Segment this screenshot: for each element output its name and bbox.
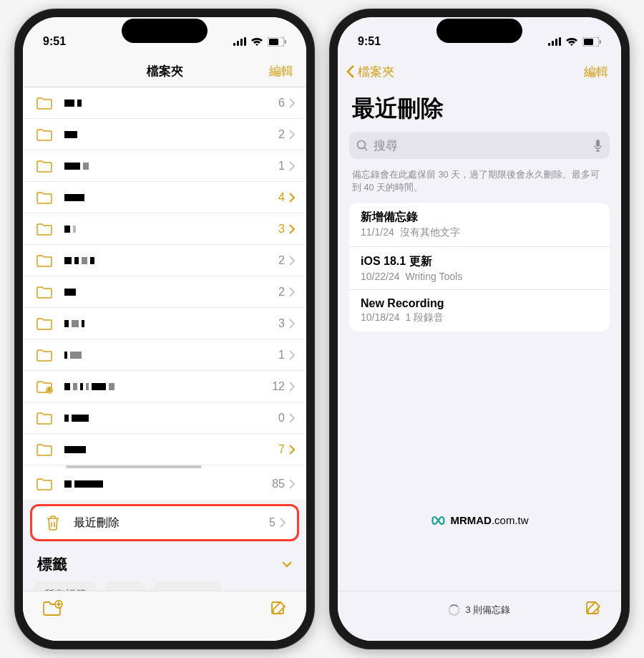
folder-count: 1 <box>278 349 285 362</box>
dynamic-island <box>122 19 208 43</box>
tag-chip[interactable]: #Tw <box>104 581 146 591</box>
battery-icon <box>582 37 601 47</box>
folder-count: 6 <box>278 97 285 110</box>
dynamic-island <box>436 19 522 43</box>
folder-icon <box>36 158 54 174</box>
svg-rect-15 <box>584 39 593 45</box>
note-subtitle: 10/18/241 段錄音 <box>361 311 598 324</box>
search-placeholder: 搜尋 <box>374 137 587 154</box>
folder-row[interactable]: 3 <box>23 308 306 339</box>
tags-row: 所有標籤#Tw#Twamon <box>23 581 306 591</box>
edit-button[interactable]: 編輯 <box>269 63 293 79</box>
folder-row[interactable]: 0 <box>23 402 306 434</box>
compose-button[interactable] <box>584 599 602 621</box>
recently-deleted-highlight: 最近刪除 5 <box>30 504 299 541</box>
tags-section-header[interactable]: 標籤 <box>23 541 306 581</box>
folder-name <box>64 226 278 233</box>
wifi-icon <box>565 37 578 47</box>
note-row[interactable]: iOS 18.1 更新10/22/24Writing Tools <box>349 247 610 290</box>
status-time: 9:51 <box>358 35 381 48</box>
svg-rect-5 <box>269 39 278 45</box>
svg-rect-6 <box>285 40 286 44</box>
note-title: New Recording <box>361 297 598 310</box>
svg-rect-0 <box>233 43 235 46</box>
folder-count: 7 <box>278 443 285 456</box>
watermark: MRMAD.com.tw <box>430 514 528 526</box>
status-indicators <box>233 37 286 47</box>
svg-rect-11 <box>552 41 554 46</box>
status-indicators <box>548 37 601 47</box>
chevron-left-icon <box>346 64 355 79</box>
toolbar <box>23 591 306 641</box>
mic-icon[interactable] <box>593 139 602 152</box>
new-folder-button[interactable] <box>42 599 63 621</box>
cellular-icon <box>548 37 561 46</box>
folder-count: 0 <box>278 412 285 425</box>
tag-chip[interactable]: 所有標籤 <box>33 581 97 591</box>
folder-row[interactable]: 1 <box>23 150 306 182</box>
note-row[interactable]: 新增備忘錄11/1/24沒有其他文字 <box>349 203 610 247</box>
folder-row[interactable]: 3 <box>23 213 306 245</box>
tag-chip[interactable]: #Twamon <box>153 581 221 591</box>
note-title: 新增備忘錄 <box>361 210 598 225</box>
folder-icon <box>36 221 54 237</box>
folder-icon <box>36 127 54 142</box>
recently-deleted-row[interactable]: 最近刪除 5 <box>32 506 297 539</box>
folder-row[interactable]: 4 <box>23 182 306 213</box>
folder-count: 3 <box>278 223 285 236</box>
note-list: 新增備忘錄11/1/24沒有其他文字iOS 18.1 更新10/22/24Wri… <box>349 203 610 332</box>
folder-count: 2 <box>278 128 285 141</box>
note-row[interactable]: New Recording10/18/241 段錄音 <box>349 290 610 332</box>
folder-name <box>64 446 278 453</box>
toolbar: 3 則備忘錄 <box>338 591 621 641</box>
nav-bar: 檔案夾 編輯 <box>338 56 621 87</box>
battery-icon <box>268 37 286 47</box>
folder-row[interactable]: 2 <box>23 245 306 276</box>
folder-row[interactable]: 7 <box>23 434 306 465</box>
edit-button[interactable]: 編輯 <box>584 64 608 80</box>
folder-row[interactable]: 6 <box>23 87 306 119</box>
folder-row[interactable]: 1 <box>23 339 306 371</box>
cellular-icon <box>233 37 246 46</box>
note-subtitle: 10/22/24Writing Tools <box>361 271 598 282</box>
folder-list-content[interactable]: 62 14 3 22 3 1 12 07 85 最近刪除 5 標籤 所有標籤#T… <box>23 87 306 591</box>
recently-deleted-count: 5 <box>269 516 275 529</box>
deleted-content[interactable]: 最近刪除 搜尋 備忘錄會在此處保留 30 天，過了期限後會永久刪除。最多可到 4… <box>338 87 621 591</box>
recently-deleted-label: 最近刪除 <box>74 516 269 531</box>
svg-rect-12 <box>555 39 557 46</box>
folder-icon <box>36 410 54 426</box>
chevron-right-icon <box>280 518 286 528</box>
folder-icon <box>36 442 54 458</box>
nav-title: 檔案夾 <box>147 63 183 79</box>
folder-count: 1 <box>278 160 285 173</box>
folder-icon <box>36 284 54 300</box>
folder-name <box>64 415 278 422</box>
svg-rect-1 <box>237 41 239 46</box>
folder-icon <box>36 379 54 395</box>
note-subtitle: 11/1/24沒有其他文字 <box>361 226 598 239</box>
folder-name <box>64 383 272 390</box>
retention-info: 備忘錄會在此處保留 30 天，過了期限後會永久刪除。最多可到 40 天的時間。 <box>338 166 621 203</box>
folder-name <box>64 480 272 488</box>
svg-rect-3 <box>244 37 246 46</box>
status-time: 9:51 <box>43 35 66 48</box>
note-count: 3 則備忘錄 <box>466 604 511 616</box>
folder-row[interactable]: 85 <box>23 468 306 500</box>
folder-row[interactable]: 2 <box>23 119 306 150</box>
folder-count: 2 <box>278 286 285 299</box>
folder-row[interactable]: 12 <box>23 371 306 402</box>
compose-button[interactable] <box>269 599 288 621</box>
folder-row[interactable]: 2 <box>23 276 306 308</box>
folder-icon <box>36 253 54 268</box>
back-button[interactable]: 檔案夾 <box>346 64 394 80</box>
trash-icon <box>45 515 64 531</box>
screen-folders: 9:51 檔案夾 編輯 62 14 3 22 3 1 12 07 85 最近刪除… <box>23 17 306 641</box>
folder-name <box>64 257 278 264</box>
tags-label: 標籤 <box>37 554 67 574</box>
search-input[interactable]: 搜尋 <box>349 132 610 159</box>
folder-list: 62 14 3 22 3 1 12 07 85 <box>23 87 306 500</box>
svg-rect-16 <box>600 40 601 44</box>
search-icon <box>356 140 368 151</box>
folder-name <box>64 194 278 201</box>
folder-count: 3 <box>278 317 285 330</box>
